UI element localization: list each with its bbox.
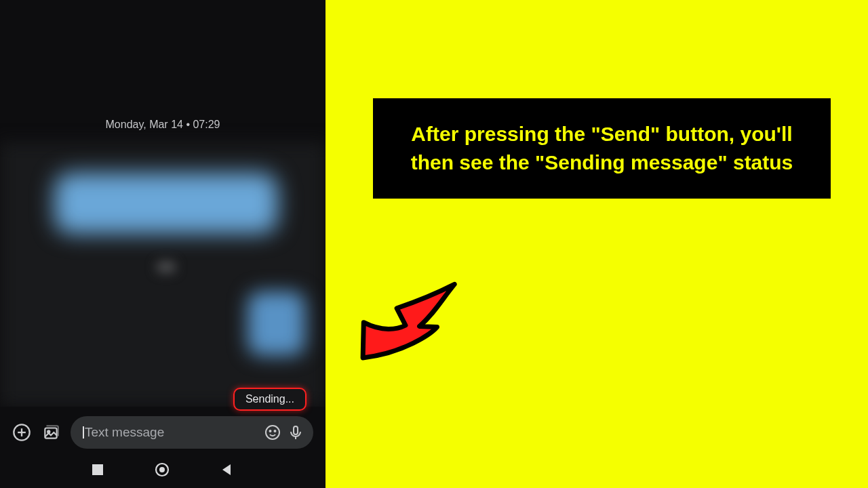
arrow-annotation-icon: [338, 258, 473, 393]
back-button[interactable]: [220, 463, 234, 476]
mic-icon[interactable]: [288, 424, 304, 441]
blurred-message-bubble: [54, 173, 278, 234]
message-input-field[interactable]: Text message: [71, 416, 313, 449]
recent-apps-button[interactable]: [92, 464, 104, 476]
phone-screenshot: Monday, Mar 14 • 07:29 Sending...: [0, 0, 326, 488]
svg-point-7: [275, 430, 276, 432]
blurred-message-bubble: [248, 291, 305, 356]
svg-rect-10: [92, 464, 103, 475]
message-input-placeholder: Text message: [83, 425, 258, 440]
conversation-area: Monday, Mar 14 • 07:29: [0, 0, 326, 407]
conversation-datestamp: Monday, Mar 14 • 07:29: [0, 119, 326, 131]
svg-rect-8: [294, 426, 298, 434]
blurred-element: [156, 261, 176, 273]
svg-point-6: [270, 430, 271, 432]
text-cursor: [83, 426, 84, 439]
annotation-panel: After pressing the "Send" button, you'll…: [326, 0, 868, 488]
android-nav-bar: [0, 455, 326, 488]
gallery-icon[interactable]: [42, 424, 60, 441]
svg-point-12: [159, 467, 165, 472]
emoji-icon[interactable]: [264, 424, 281, 441]
home-button[interactable]: [155, 462, 170, 477]
message-input-bar: Text message: [0, 407, 326, 455]
sending-status-badge: Sending...: [233, 388, 307, 411]
instruction-caption: After pressing the "Send" button, you'll…: [373, 98, 831, 199]
add-icon[interactable]: [12, 423, 31, 442]
svg-point-5: [266, 426, 279, 439]
